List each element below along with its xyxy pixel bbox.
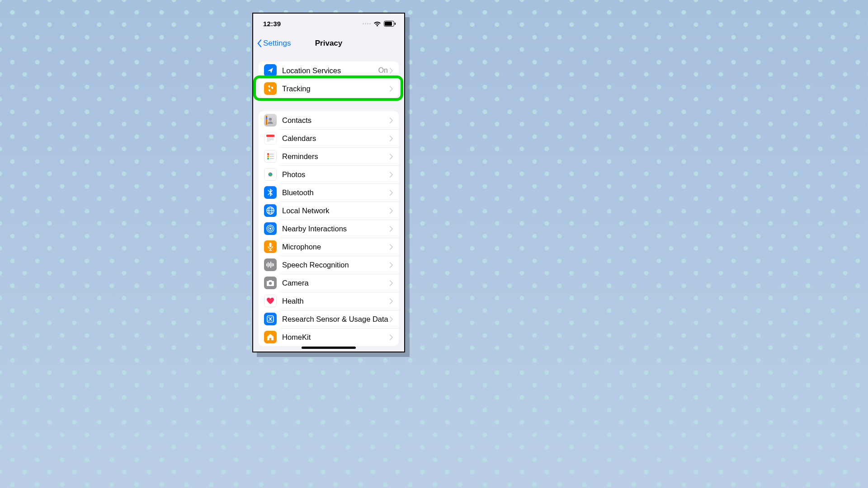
svg-point-13 — [267, 139, 268, 140]
row-label: Bluetooth — [282, 188, 390, 197]
row-bluetooth[interactable]: Bluetooth — [259, 183, 399, 202]
back-button[interactable]: Settings — [256, 33, 291, 53]
bluetooth-icon — [264, 186, 277, 199]
wifi-icon — [373, 21, 381, 26]
chevron-right-icon — [390, 68, 393, 74]
row-camera[interactable]: Camera — [259, 274, 399, 292]
chevron-right-icon — [390, 226, 393, 232]
row-label: Photos — [282, 170, 390, 179]
svg-rect-1 — [385, 22, 392, 26]
row-label: Health — [282, 297, 390, 305]
svg-point-3 — [269, 118, 272, 121]
row-tracking[interactable]: Tracking — [259, 80, 399, 98]
chevron-right-icon — [390, 190, 393, 196]
nearby-icon — [264, 222, 277, 235]
chevron-right-icon — [390, 244, 393, 250]
waveform-icon — [264, 258, 277, 271]
svg-point-49 — [269, 282, 272, 285]
row-microphone[interactable]: Microphone — [259, 238, 399, 256]
row-label: Calendars — [282, 134, 390, 143]
svg-rect-40 — [269, 243, 272, 247]
chevron-right-icon — [390, 262, 393, 268]
globe-icon — [264, 204, 277, 217]
row-label: HomeKit — [282, 333, 390, 342]
group-location-tracking: Location Services On Tracking — [259, 61, 399, 98]
svg-rect-23 — [270, 154, 274, 155]
group-privacy-apps: Contacts Calendars Reminders — [259, 111, 399, 346]
row-contacts[interactable]: Contacts — [259, 111, 399, 129]
row-label: Nearby Interactions — [282, 225, 390, 233]
chevron-right-icon — [390, 136, 393, 141]
row-health[interactable]: Health — [259, 292, 399, 310]
row-research-sensor[interactable]: Research Sensor & Usage Data — [259, 310, 399, 328]
svg-point-16 — [271, 139, 272, 140]
contacts-icon — [264, 114, 277, 127]
svg-point-18 — [267, 141, 268, 141]
chevron-right-icon — [390, 208, 393, 214]
svg-point-37 — [269, 228, 272, 230]
row-label: Speech Recognition — [282, 261, 390, 269]
svg-point-8 — [267, 138, 268, 139]
svg-point-22 — [267, 158, 269, 160]
svg-point-21 — [267, 155, 269, 157]
phone-frame: 12:39 Settings Privacy — [252, 13, 405, 352]
reminders-icon — [264, 150, 277, 163]
row-calendars[interactable]: Calendars — [259, 129, 399, 147]
row-photos[interactable]: Photos — [259, 165, 399, 183]
svg-point-15 — [270, 139, 271, 140]
wallpaper: 12:39 Settings Privacy — [0, 0, 868, 488]
row-location-services[interactable]: Location Services On — [259, 61, 399, 80]
home-indicator[interactable] — [302, 347, 356, 349]
photos-icon — [264, 168, 277, 181]
svg-rect-24 — [270, 156, 274, 157]
svg-point-9 — [269, 138, 269, 139]
research-icon — [264, 313, 277, 325]
chevron-right-icon — [390, 117, 393, 123]
camera-icon — [264, 277, 277, 289]
svg-rect-6 — [266, 135, 274, 137]
heart-icon — [264, 295, 277, 307]
row-label: Location Services — [282, 66, 378, 75]
row-homekit[interactable]: HomeKit — [259, 328, 399, 346]
location-arrow-icon — [264, 64, 277, 77]
status-icons — [363, 21, 396, 27]
row-label: Research Sensor & Usage Data — [282, 315, 390, 324]
status-time: 12:39 — [263, 20, 281, 28]
status-bar: 12:39 — [253, 14, 404, 33]
chevron-right-icon — [390, 154, 393, 160]
chevron-right-icon — [390, 172, 393, 178]
row-nearby-interactions[interactable]: Nearby Interactions — [259, 220, 399, 238]
microphone-icon — [264, 240, 277, 253]
svg-point-17 — [273, 139, 274, 140]
settings-content: Location Services On Tracking — [253, 53, 404, 346]
row-label: Reminders — [282, 152, 390, 161]
nav-bar: Settings Privacy — [253, 33, 404, 53]
row-label: Camera — [282, 279, 390, 287]
home-icon — [264, 331, 277, 343]
row-label: Microphone — [282, 243, 390, 251]
chevron-right-icon — [390, 86, 393, 92]
row-speech-recognition[interactable]: Speech Recognition — [259, 256, 399, 274]
row-label: Local Network — [282, 206, 390, 215]
cellular-dots-icon — [363, 23, 371, 24]
chevron-right-icon — [390, 280, 393, 286]
svg-point-12 — [273, 138, 274, 139]
tracking-icon — [264, 82, 277, 95]
row-reminders[interactable]: Reminders — [259, 147, 399, 165]
chevron-right-icon — [390, 334, 393, 340]
chevron-left-icon — [256, 39, 262, 48]
svg-point-11 — [271, 138, 272, 139]
svg-rect-25 — [270, 158, 274, 159]
svg-rect-2 — [395, 23, 396, 25]
battery-icon — [384, 21, 396, 27]
back-label: Settings — [263, 39, 291, 48]
row-label: Tracking — [282, 84, 390, 93]
svg-point-14 — [269, 139, 269, 140]
chevron-right-icon — [390, 298, 393, 304]
row-value: On — [378, 66, 388, 75]
calendar-icon — [264, 132, 277, 145]
chevron-right-icon — [390, 316, 393, 322]
svg-rect-5 — [266, 117, 267, 119]
row-local-network[interactable]: Local Network — [259, 202, 399, 220]
svg-point-10 — [270, 138, 271, 139]
